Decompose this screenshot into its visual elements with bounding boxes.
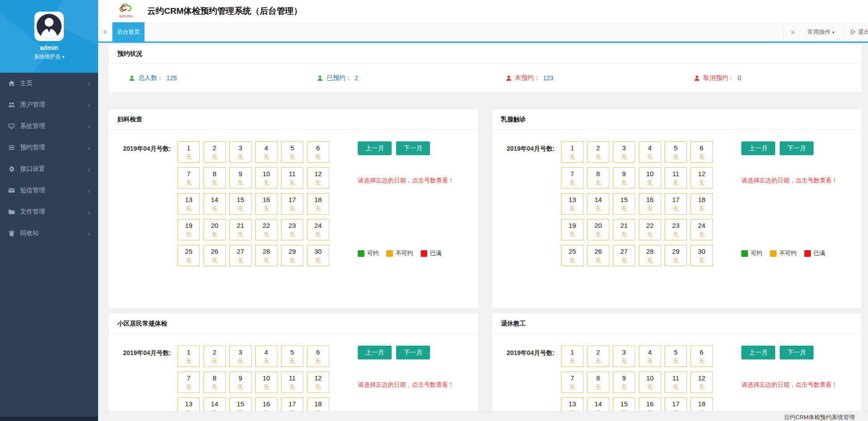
- calendar-day-cell[interactable]: 23无: [281, 219, 303, 240]
- sidebar-item-recycle-bin[interactable]: 回收站 ‹: [0, 223, 98, 244]
- calendar-day-cell[interactable]: 10无: [255, 167, 277, 189]
- calendar-day-cell[interactable]: 17无: [665, 193, 687, 215]
- calendar-day-cell[interactable]: 3无: [229, 346, 252, 367]
- sidebar-item-appointments[interactable]: 预约管理 ‹: [0, 137, 98, 158]
- prev-month-button[interactable]: 上一月: [358, 141, 392, 155]
- calendar-day-cell[interactable]: 22无: [255, 219, 277, 240]
- calendar-day-cell[interactable]: 6无: [307, 141, 329, 163]
- tab-backend-home[interactable]: 后台首页: [112, 22, 145, 41]
- calendar-day-cell[interactable]: 19无: [561, 219, 583, 240]
- calendar-day-cell[interactable]: 18无: [690, 193, 713, 215]
- prev-month-button[interactable]: 上一月: [358, 346, 392, 359]
- calendar-day-cell[interactable]: 3无: [229, 141, 252, 163]
- calendar-day-cell[interactable]: 27无: [229, 245, 252, 266]
- calendar-day-cell[interactable]: 7无: [178, 167, 200, 189]
- calendar-day-cell[interactable]: 3无: [613, 141, 635, 163]
- calendar-day-cell[interactable]: 16无: [255, 193, 277, 215]
- calendar-day-cell[interactable]: 29无: [281, 245, 303, 266]
- calendar-day-cell[interactable]: 20无: [587, 219, 609, 240]
- next-month-button[interactable]: 下一月: [780, 346, 814, 359]
- calendar-day-cell[interactable]: 6无: [690, 141, 713, 163]
- calendar-day-cell[interactable]: 6无: [307, 346, 329, 367]
- calendar-day-cell[interactable]: 7无: [561, 371, 583, 393]
- calendar-day-cell[interactable]: 13无: [178, 193, 200, 215]
- calendar-day-cell[interactable]: 10无: [639, 371, 661, 393]
- prev-month-button[interactable]: 上一月: [741, 346, 775, 359]
- sidebar-item-files[interactable]: 文件管理 ‹: [0, 201, 98, 223]
- calendar-day-cell[interactable]: 19无: [178, 219, 200, 240]
- calendar-day-cell[interactable]: 5无: [281, 141, 303, 163]
- next-month-button[interactable]: 下一月: [396, 141, 430, 155]
- calendar-day-cell[interactable]: 21无: [229, 219, 252, 240]
- calendar-day-cell[interactable]: 30无: [690, 245, 713, 266]
- calendar-day-cell[interactable]: 14无: [587, 193, 609, 215]
- calendar-day-cell[interactable]: 9无: [613, 167, 635, 189]
- sidebar-item-api-settings[interactable]: 接口设置 ‹: [0, 158, 98, 180]
- calendar-day-cell[interactable]: 2无: [203, 346, 226, 367]
- tabs-scroll-right-button[interactable]: »: [783, 22, 802, 41]
- calendar-day-cell[interactable]: 20无: [203, 219, 226, 240]
- calendar-day-cell[interactable]: 4无: [639, 141, 661, 163]
- role-dropdown[interactable]: 系统维护员 ▾: [0, 53, 98, 61]
- calendar-day-cell[interactable]: 25无: [178, 245, 200, 266]
- calendar-day-cell[interactable]: 2无: [587, 141, 609, 163]
- app-logo[interactable]: 云约CRM: [117, 2, 135, 20]
- calendar-day-cell[interactable]: 6无: [690, 346, 713, 367]
- calendar-day-cell[interactable]: 13无: [561, 193, 583, 215]
- calendar-day-cell[interactable]: 26无: [587, 245, 609, 266]
- calendar-day-cell[interactable]: 8无: [587, 167, 609, 189]
- calendar-day-cell[interactable]: 4无: [255, 346, 277, 367]
- calendar-day-cell[interactable]: 9无: [613, 371, 635, 393]
- calendar-day-cell[interactable]: 16无: [639, 193, 661, 215]
- calendar-day-cell[interactable]: 1无: [561, 141, 583, 163]
- calendar-day-cell[interactable]: 14无: [203, 193, 226, 215]
- calendar-day-cell[interactable]: 5无: [281, 346, 303, 367]
- calendar-day-cell[interactable]: 17无: [281, 193, 303, 215]
- calendar-day-cell[interactable]: 2无: [587, 346, 609, 367]
- calendar-day-cell[interactable]: 2无: [203, 141, 226, 163]
- calendar-day-cell[interactable]: 28无: [255, 245, 277, 266]
- sidebar-item-users[interactable]: 用户管理 ‹: [0, 94, 98, 116]
- sidebar-item-sms[interactable]: 短信管理 ‹: [0, 180, 98, 201]
- calendar-day-cell[interactable]: 24无: [690, 219, 713, 240]
- common-actions-dropdown[interactable]: 常用操作 ▾: [802, 22, 843, 42]
- calendar-day-cell[interactable]: 5无: [665, 346, 687, 367]
- next-month-button[interactable]: 下一月: [396, 346, 430, 359]
- calendar-day-cell[interactable]: 24无: [307, 219, 329, 240]
- calendar-day-cell[interactable]: 18无: [307, 193, 329, 215]
- calendar-day-cell[interactable]: 23无: [665, 219, 687, 240]
- calendar-day-cell[interactable]: 8无: [203, 167, 226, 189]
- calendar-day-cell[interactable]: 9无: [229, 167, 252, 189]
- calendar-day-cell[interactable]: 5无: [665, 141, 687, 163]
- calendar-day-cell[interactable]: 7无: [561, 167, 583, 189]
- calendar-day-cell[interactable]: 10无: [255, 371, 277, 393]
- calendar-day-cell[interactable]: 11无: [665, 167, 687, 189]
- calendar-day-cell[interactable]: 7无: [178, 371, 200, 393]
- calendar-day-cell[interactable]: 15无: [229, 193, 252, 215]
- prev-month-button[interactable]: 上一月: [741, 141, 775, 155]
- avatar[interactable]: [34, 12, 64, 41]
- calendar-day-cell[interactable]: 12无: [307, 167, 329, 189]
- tabs-scroll-left-button[interactable]: «: [98, 22, 112, 41]
- calendar-day-cell[interactable]: 10无: [639, 167, 661, 189]
- calendar-day-cell[interactable]: 26无: [203, 245, 226, 266]
- next-month-button[interactable]: 下一月: [780, 141, 814, 155]
- calendar-day-cell[interactable]: 28无: [639, 245, 661, 266]
- calendar-day-cell[interactable]: 25无: [561, 245, 583, 266]
- calendar-day-cell[interactable]: 1无: [178, 141, 200, 163]
- calendar-day-cell[interactable]: 4无: [255, 141, 277, 163]
- calendar-day-cell[interactable]: 11无: [281, 167, 303, 189]
- calendar-day-cell[interactable]: 27无: [613, 245, 635, 266]
- calendar-day-cell[interactable]: 9无: [229, 371, 252, 393]
- calendar-day-cell[interactable]: 12无: [690, 167, 713, 189]
- calendar-day-cell[interactable]: 8无: [587, 371, 609, 393]
- calendar-day-cell[interactable]: 30无: [307, 245, 329, 266]
- calendar-day-cell[interactable]: 1无: [561, 346, 583, 367]
- calendar-day-cell[interactable]: 12无: [307, 371, 329, 393]
- calendar-day-cell[interactable]: 12无: [690, 371, 713, 393]
- calendar-day-cell[interactable]: 22无: [639, 219, 661, 240]
- calendar-day-cell[interactable]: 29无: [665, 245, 687, 266]
- calendar-day-cell[interactable]: 8无: [203, 371, 226, 393]
- calendar-day-cell[interactable]: 11无: [665, 371, 687, 393]
- calendar-day-cell[interactable]: 15无: [613, 193, 635, 215]
